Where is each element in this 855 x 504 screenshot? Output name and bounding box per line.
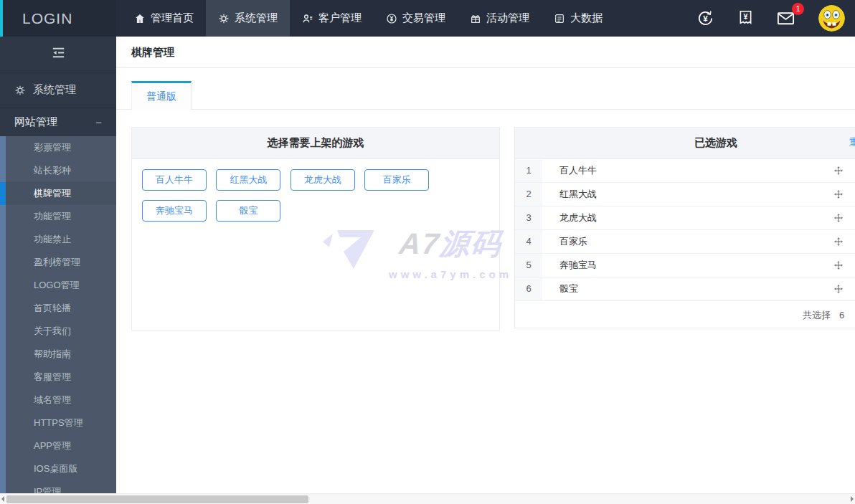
gift-icon [470,13,481,24]
sidebar-subitem[interactable]: 站长彩种 [0,159,116,182]
topnav-item-label: 管理首页 [151,11,194,25]
logo-text: LOGIN [22,10,72,27]
selected-game-row: 5 奔驰宝马 [515,254,855,277]
tab-bar: 普通版 [116,81,855,110]
top-navigation: 管理首页 系统管理 客户管理 交易管理 活动管理 [122,0,615,37]
sidebar-subitem[interactable]: 盈利榜管理 [0,251,116,274]
sidebar-subitem[interactable]: APP管理 [0,434,116,457]
game-button[interactable]: 百人牛牛 [142,169,207,191]
page-header: 棋牌管理 [116,37,855,68]
sidebar-subitem[interactable]: 帮助指南 [0,343,116,366]
sidebar-subitem[interactable]: LOGO管理 [0,274,116,297]
collapse-sidebar-icon [50,44,67,64]
reset-link[interactable]: 重 [849,136,855,149]
panel-title: 已选游戏 [694,136,737,150]
sidebar-subitem-label: 盈利榜管理 [34,257,80,267]
available-games-header: 选择需要上架的游戏 [132,128,499,159]
sidebar-group-label: 网站管理 [14,115,57,129]
sidebar-subitem-label: 功能管理 [34,211,71,222]
topnav-item-label: 交易管理 [402,11,445,25]
customer-icon [302,13,313,24]
main-content: 棋牌管理 普通版 选择需要上架的游戏 百人牛牛 红黑大战 龙虎大战 百家乐 [116,37,855,493]
collapse-sidebar-button[interactable] [0,37,116,72]
move-icon[interactable] [833,166,844,176]
move-icon[interactable] [833,260,844,270]
move-icon[interactable] [833,213,844,223]
sidebar-subitem[interactable]: 彩票管理 [0,136,116,159]
horizontal-scrollbar[interactable] [0,493,855,504]
row-game-name: 百人牛牛 [559,164,597,177]
topnav-item[interactable]: 活动管理 [458,0,542,37]
topnav-item[interactable]: 管理首页 [122,0,206,37]
sidebar-subitem[interactable]: 功能管理 [0,205,116,228]
sidebar-submenu: 彩票管理 站长彩种 棋牌管理 功能管理 功能禁止 盈利榜管理 LOGO管理 [0,136,116,493]
sidebar-subitem-label: IOS桌面版 [34,463,77,474]
scrollbar-thumb[interactable] [6,495,308,503]
topnav-item-label: 大数据 [570,11,603,25]
mail-icon[interactable]: 1 [776,9,795,28]
move-icon[interactable] [833,189,844,199]
game-button[interactable]: 红黑大战 [216,169,280,191]
row-index: 5 [515,254,542,277]
tab-label: 普通版 [146,90,176,103]
selected-games-panel: 已选游戏 重 1 百人牛牛 2 红黑大战 [514,127,855,328]
sidebar-subitem-label: LOGO管理 [34,280,80,290]
panels-row: 选择需要上架的游戏 百人牛牛 红黑大战 龙虎大战 百家乐 奔驰宝马 骰宝 [116,127,855,331]
svg-text:¥: ¥ [703,14,708,23]
topnav-item[interactable]: 客户管理 [290,0,374,37]
selected-games-footer: 共选择6 [515,301,855,328]
game-button[interactable]: 龙虎大战 [290,169,355,191]
selected-game-row: 6 骰宝 [515,277,855,301]
topnav-item[interactable]: 大数据 [542,0,615,37]
sidebar-subitem[interactable]: 关于我们 [0,320,116,343]
row-game-name: 红黑大战 [559,188,597,201]
available-games-body: 百人牛牛 红黑大战 龙虎大战 百家乐 奔驰宝马 骰宝 [132,159,499,241]
move-icon[interactable] [833,284,844,294]
footer-count: 6 [839,310,844,320]
sidebar-subitem[interactable]: 功能禁止 [0,228,116,251]
game-button[interactable]: 骰宝 [216,200,280,222]
sidebar-subitem[interactable]: IP管理 [0,480,116,493]
sidebar-subitem[interactable]: 客服管理 [0,366,116,389]
svg-text:¥: ¥ [744,12,748,21]
sidebar-subitem-label: APP管理 [34,440,71,451]
gear-icon [14,85,26,96]
topnav-item[interactable]: 系统管理 [206,0,290,37]
sidebar-group-label: 系统管理 [33,83,76,97]
scrollbar-left-arrow[interactable] [1,496,4,502]
game-button[interactable]: 奔驰宝马 [142,200,207,222]
topbar-actions: ¥ ¥ 1 [696,0,855,37]
topnav-item[interactable]: 交易管理 [374,0,458,37]
sidebar-subitem-label: 帮助指南 [34,348,71,359]
row-index: 2 [515,183,542,206]
row-index: 4 [515,230,542,253]
sidebar-subitem-label: 首页轮播 [34,303,71,313]
sidebar-subitem[interactable]: 域名管理 [0,389,116,412]
sidebar: 系统管理 网站管理 − 彩票管理 站长彩种 棋牌管理 功能管理 功能禁止 [0,37,116,493]
sidebar-subitem[interactable]: IOS桌面版 [0,457,116,480]
row-game-name: 骰宝 [559,282,578,295]
topnav-item-label: 客户管理 [318,11,362,25]
row-index: 6 [515,277,542,300]
sidebar-subitem[interactable]: HTTPS管理 [0,412,116,434]
sidebar-subitem[interactable]: 首页轮播 [0,297,116,320]
home-icon [134,13,146,24]
avatar[interactable] [818,5,845,32]
sidebar-subitem-label: HTTPS管理 [34,417,83,428]
sidebar-item-system[interactable]: 系统管理 [0,72,116,108]
selected-game-row: 1 百人牛牛 [515,159,855,183]
row-game-name: 百家乐 [559,235,587,248]
tab-normal-version[interactable]: 普通版 [131,81,192,110]
sidebar-subitem[interactable]: 棋牌管理 [0,182,116,205]
sidebar-subitem-label: 彩票管理 [34,142,71,153]
move-icon[interactable] [833,237,844,247]
bill-receipt-icon[interactable]: ¥ [737,9,755,27]
sidebar-item-website[interactable]: 网站管理 − [0,108,116,136]
sidebar-subitem-label: 客服管理 [34,371,71,382]
currency-exchange-icon[interactable]: ¥ [696,9,715,28]
row-game-name: 龙虎大战 [559,211,597,224]
mail-badge: 1 [792,3,804,15]
game-button[interactable]: 百家乐 [364,169,429,191]
scrollbar-right-arrow[interactable] [851,496,854,502]
panel-title: 选择需要上架的游戏 [268,136,364,150]
